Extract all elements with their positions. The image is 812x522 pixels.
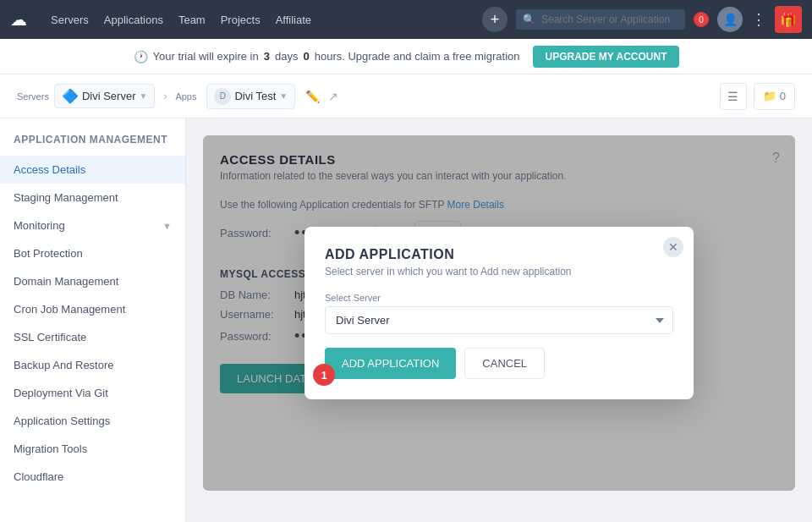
trial-text-before: Your trial will expire in xyxy=(153,50,259,63)
top-navigation: ☁ Servers Applications Team Projects Aff… xyxy=(0,0,812,39)
sidebar-item-bot-protection[interactable]: Bot Protection xyxy=(0,239,185,267)
nav-links: Servers Applications Team Projects Affil… xyxy=(51,14,311,26)
server-select-group: Select Server Divi Server xyxy=(325,293,673,334)
access-details-panel: ACCESS DETAILS Information related to th… xyxy=(203,135,795,491)
nav-right: + 🔍 0 👤 ⋮ 🎁 xyxy=(482,6,802,33)
external-link-button[interactable]: ↗ xyxy=(326,90,340,103)
breadcrumb-bar: Servers 🔷 Divi Server ▼ › Apps D Divi Te… xyxy=(0,74,812,118)
logo-icon: ☁ xyxy=(10,9,27,30)
monitoring-label: Monitoring xyxy=(14,219,65,232)
nav-link-affiliate[interactable]: Affiliate xyxy=(276,14,311,26)
sidebar-item-access-details[interactable]: Access Details xyxy=(0,156,185,184)
trial-hours-label: hours. Upgrade and claim a free migratio… xyxy=(315,50,520,63)
list-view-button[interactable]: ☰ xyxy=(720,83,747,110)
apps-label: Apps xyxy=(175,91,196,102)
badge-count: 0 xyxy=(780,90,786,102)
server-icon: 🔷 xyxy=(62,88,79,104)
avatar-button[interactable]: 👤 xyxy=(717,7,743,32)
sidebar-item-cron-job-management[interactable]: Cron Job Management xyxy=(0,295,185,323)
upgrade-button[interactable]: UPGRADE MY ACCOUNT xyxy=(533,46,678,68)
server-name: Divi Server xyxy=(82,90,136,102)
clock-icon: 🕐 xyxy=(134,50,148,63)
apps-breadcrumb: Apps D Divi Test ▼ ✏️ ↗ xyxy=(175,84,340,109)
modal-add-application-button[interactable]: ADD APPLICATION xyxy=(325,348,456,379)
sidebar-item-domain-management[interactable]: Domain Management xyxy=(0,267,185,295)
sidebar-title: Application Management xyxy=(0,127,185,156)
edit-app-button[interactable]: ✏️ xyxy=(304,90,321,103)
modal-cancel-button[interactable]: CANCEL xyxy=(464,348,545,379)
app-name: Divi Test xyxy=(234,90,276,102)
modal-actions: ADD APPLICATION CANCEL 1 xyxy=(325,348,673,379)
modal-title: ADD APPLICATION xyxy=(325,247,673,262)
notification-badge[interactable]: 0 xyxy=(694,12,709,27)
add-application-modal: ✕ ADD APPLICATION Select server in which… xyxy=(304,227,694,399)
content-area: ACCESS DETAILS Information related to th… xyxy=(186,118,812,522)
modal-overlay: ✕ ADD APPLICATION Select server in which… xyxy=(203,135,795,491)
folder-icon: 📁 xyxy=(763,90,776,102)
files-button[interactable]: 📁 0 xyxy=(754,83,795,110)
step-badge: 1 xyxy=(313,364,335,386)
trial-hours: 0 xyxy=(303,50,309,63)
nav-link-team[interactable]: Team xyxy=(178,14,206,26)
more-options-icon[interactable]: ⋮ xyxy=(751,10,766,29)
search-wrap: 🔍 xyxy=(516,9,685,30)
server-selector[interactable]: 🔷 Divi Server ▼ xyxy=(54,84,155,108)
app-chevron-icon: ▼ xyxy=(279,91,288,101)
servers-breadcrumb: Servers 🔷 Divi Server ▼ xyxy=(17,84,155,108)
sidebar-item-deployment-git[interactable]: Deployment Via Git xyxy=(0,379,185,407)
sidebar-item-application-settings[interactable]: Application Settings xyxy=(0,407,185,435)
trial-days-label: days xyxy=(275,50,298,63)
breadcrumb-chevron-icon: › xyxy=(163,91,167,102)
sidebar-item-ssl-certificate[interactable]: SSL Certificate xyxy=(0,323,185,351)
sidebar-item-cloudflare[interactable]: Cloudflare xyxy=(0,463,185,491)
modal-subtitle: Select server in which you want to Add n… xyxy=(325,266,673,277)
app-selector[interactable]: D Divi Test ▼ xyxy=(206,84,295,109)
sidebar-item-monitoring[interactable]: Monitoring ▼ xyxy=(0,212,185,239)
nav-link-applications[interactable]: Applications xyxy=(104,14,163,26)
app-icon: D xyxy=(214,88,231,105)
trial-days: 3 xyxy=(264,50,270,63)
nav-link-projects[interactable]: Projects xyxy=(221,14,261,26)
sidebar-item-staging-management[interactable]: Staging Management xyxy=(0,184,185,212)
sidebar-item-migration-tools[interactable]: Migration Tools xyxy=(0,435,185,463)
main-layout: Application Management Access Details St… xyxy=(0,118,812,522)
server-select[interactable]: Divi Server xyxy=(325,306,673,334)
servers-label: Servers xyxy=(17,91,49,102)
select-server-label: Select Server xyxy=(325,293,673,303)
server-chevron-icon: ▼ xyxy=(139,91,147,101)
modal-close-button[interactable]: ✕ xyxy=(663,237,683,257)
search-icon: 🔍 xyxy=(523,14,535,25)
breadcrumb-actions: ☰ 📁 0 xyxy=(720,83,795,110)
sidebar: Application Management Access Details St… xyxy=(0,118,186,522)
trial-banner: 🕐 Your trial will expire in 3 days 0 hou… xyxy=(0,39,812,74)
expand-icon: ▼ xyxy=(162,221,172,231)
search-input[interactable] xyxy=(516,9,685,30)
add-button[interactable]: + xyxy=(482,7,508,32)
gift-button[interactable]: 🎁 xyxy=(775,6,802,33)
nav-link-servers[interactable]: Servers xyxy=(51,14,89,26)
sidebar-item-backup-restore[interactable]: Backup And Restore xyxy=(0,351,185,379)
